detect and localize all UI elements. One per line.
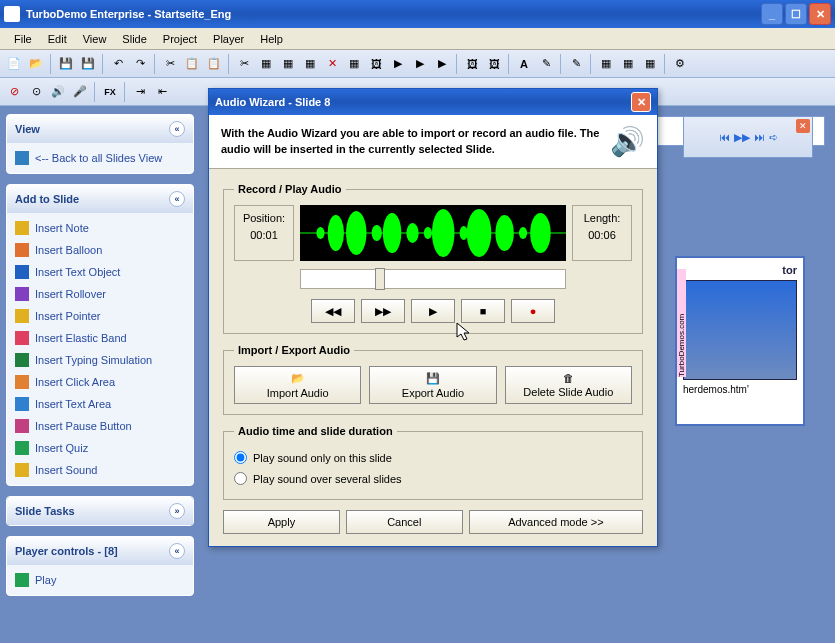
play-button[interactable]: ▶ (411, 299, 455, 323)
skip-end-icon[interactable]: ⏭ (754, 131, 765, 143)
export-audio-button[interactable]: 💾 Export Audio (369, 366, 496, 404)
menu-view[interactable]: View (75, 31, 115, 47)
toolbar-button[interactable]: ▶ (432, 54, 452, 74)
menu-slide[interactable]: Slide (114, 31, 154, 47)
sidebar-item[interactable]: Insert Text Object (13, 261, 187, 283)
toolbar-button[interactable]: ⇥ (130, 82, 150, 102)
skip-start-icon[interactable]: ⏮ (719, 131, 730, 143)
toolbar-button[interactable]: ▦ (344, 54, 364, 74)
panel-add-header[interactable]: Add to Slide « (7, 185, 193, 213)
play-this-slide-option[interactable]: Play sound only on this slide (234, 447, 632, 468)
sidebar-item[interactable]: Insert Sound (13, 459, 187, 481)
toolbar-button[interactable]: ⊙ (26, 82, 46, 102)
copy-icon[interactable]: 📋 (182, 54, 202, 74)
menu-help[interactable]: Help (252, 31, 291, 47)
stop-button[interactable]: ■ (461, 299, 505, 323)
save-all-icon[interactable]: 💾 (78, 54, 98, 74)
record-icon[interactable]: ⊘ (4, 82, 24, 102)
mic-icon[interactable]: 🎤 (70, 82, 90, 102)
scrub-handle[interactable] (375, 268, 385, 290)
toolbar-button[interactable]: 🖼 (484, 54, 504, 74)
undo-icon[interactable]: ↶ (108, 54, 128, 74)
slide-thumbnail[interactable]: tor TurboDemos.com herdemos.htm' (675, 256, 805, 426)
delete-audio-button[interactable]: 🗑 Delete Slide Audio (505, 366, 632, 404)
cut-icon[interactable]: ✂ (160, 54, 180, 74)
button-label: Cancel (387, 516, 421, 528)
position-label: Position: (239, 210, 289, 227)
sidebar-item-label: Insert Balloon (35, 244, 102, 256)
sidebar-item[interactable]: Insert Typing Simulation (13, 349, 187, 371)
toolbar-button[interactable]: ▦ (618, 54, 638, 74)
apply-button[interactable]: Apply (223, 510, 340, 534)
close-icon[interactable]: ✕ (796, 119, 810, 133)
advanced-mode-button[interactable]: Advanced mode >> (469, 510, 643, 534)
menu-file[interactable]: File (6, 31, 40, 47)
toolbar-button[interactable]: 🖼 (462, 54, 482, 74)
toolbar-button[interactable]: ✕ (322, 54, 342, 74)
save-icon[interactable]: 💾 (56, 54, 76, 74)
sidebar-item[interactable]: Insert Text Area (13, 393, 187, 415)
panel-view-header[interactable]: View « (7, 115, 193, 143)
toolbar-button[interactable]: ▦ (256, 54, 276, 74)
sidebar-item[interactable]: Insert Rollover (13, 283, 187, 305)
text-icon[interactable]: A (514, 54, 534, 74)
sidebar-item[interactable]: Insert Pointer (13, 305, 187, 327)
redo-icon[interactable]: ↷ (130, 54, 150, 74)
open-icon[interactable]: 📂 (26, 54, 46, 74)
record-button[interactable]: ● (511, 299, 555, 323)
item-icon (15, 463, 29, 477)
svg-point-4 (372, 225, 382, 241)
menu-project[interactable]: Project (155, 31, 205, 47)
cancel-button[interactable]: Cancel (346, 510, 463, 534)
toolbar-button[interactable]: ▶ (410, 54, 430, 74)
toolbar-button[interactable]: ✎ (566, 54, 586, 74)
toolbar-button[interactable]: ⇤ (152, 82, 172, 102)
toolbar-button[interactable]: ⚙ (670, 54, 690, 74)
forward-button[interactable]: ▶▶ (361, 299, 405, 323)
scrub-slider[interactable] (300, 269, 566, 289)
play-several-slides-option[interactable]: Play sound over several slides (234, 468, 632, 489)
sidebar-item[interactable]: Insert Note (13, 217, 187, 239)
speaker-icon[interactable]: 🔊 (48, 82, 68, 102)
toolbar-button[interactable]: ▶ (388, 54, 408, 74)
radio-input[interactable] (234, 451, 247, 464)
expand-icon[interactable]: » (169, 503, 185, 519)
menu-edit[interactable]: Edit (40, 31, 75, 47)
menu-player[interactable]: Player (205, 31, 252, 47)
sidebar-item[interactable]: Insert Quiz (13, 437, 187, 459)
arrow-icon[interactable]: ➪ (769, 131, 778, 144)
toolbar-button[interactable]: ▦ (300, 54, 320, 74)
sidebar-item[interactable]: Insert Balloon (13, 239, 187, 261)
sidebar-item[interactable]: Insert Pause Button (13, 415, 187, 437)
sidebar-item[interactable]: Insert Click Area (13, 371, 187, 393)
sidebar-item[interactable]: Insert Elastic Band (13, 327, 187, 349)
toolbar-button[interactable]: ✎ (536, 54, 556, 74)
play-icon[interactable]: ▶▶ (734, 131, 750, 144)
close-button[interactable]: ✕ (809, 3, 831, 25)
import-audio-button[interactable]: 📂 Import Audio (234, 366, 361, 404)
button-label: Apply (268, 516, 296, 528)
svg-point-7 (424, 227, 432, 239)
toolbar-button[interactable]: ▦ (596, 54, 616, 74)
rewind-button[interactable]: ◀◀ (311, 299, 355, 323)
panel-tasks-header[interactable]: Slide Tasks » (7, 497, 193, 525)
sidebar-item-play[interactable]: Play (13, 569, 187, 591)
new-icon[interactable]: 📄 (4, 54, 24, 74)
toolbar-button[interactable]: ✂ (234, 54, 254, 74)
collapse-icon[interactable]: « (169, 121, 185, 137)
toolbar-button[interactable]: ▦ (278, 54, 298, 74)
fx-button[interactable]: FX (100, 82, 120, 102)
panel-player-header[interactable]: Player controls - [8] « (7, 537, 193, 565)
sidebar-item-label: Insert Note (35, 222, 89, 234)
collapse-icon[interactable]: « (169, 543, 185, 559)
toolbar-button[interactable]: ▦ (640, 54, 660, 74)
minimize-button[interactable]: _ (761, 3, 783, 25)
back-to-slides-view[interactable]: <-- Back to all Slides View (13, 147, 187, 169)
dialog-close-button[interactable]: ✕ (631, 92, 651, 112)
toolbar-button[interactable]: 🖼 (366, 54, 386, 74)
paste-icon[interactable]: 📋 (204, 54, 224, 74)
maximize-button[interactable]: ☐ (785, 3, 807, 25)
collapse-icon[interactable]: « (169, 191, 185, 207)
radio-input[interactable] (234, 472, 247, 485)
svg-point-2 (328, 215, 344, 251)
